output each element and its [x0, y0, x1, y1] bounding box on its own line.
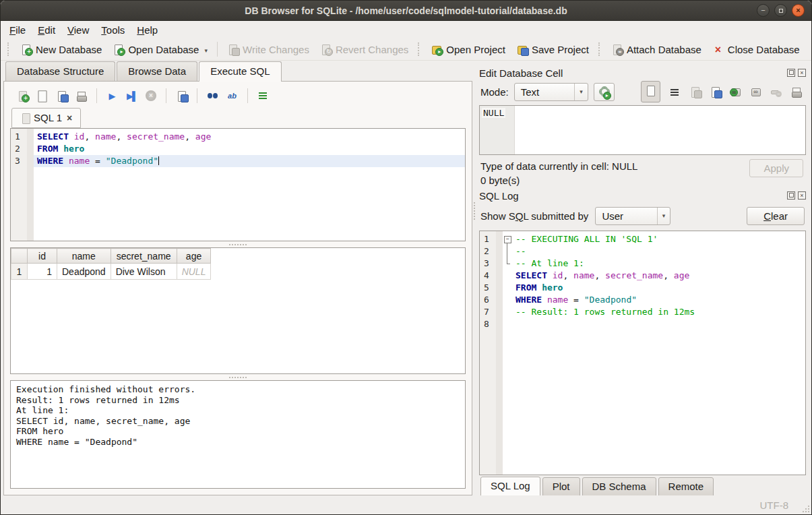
save-sql-file-icon[interactable] [56, 90, 67, 102]
code-line[interactable]: 1SELECT id, name, secret_name, age [11, 131, 465, 143]
column-header-secret_name[interactable]: secret_name [111, 249, 177, 264]
cell-editor[interactable]: NULL [479, 105, 806, 155]
execution-message[interactable]: Execution finished without errors.Result… [10, 380, 466, 489]
code-line[interactable]: 3-- At line 1: [480, 258, 805, 270]
close-database-button[interactable]: × Close Database [707, 41, 805, 58]
open-in-external-icon[interactable] [730, 86, 741, 98]
tab-execute-sql[interactable]: Execute SQL [199, 61, 281, 82]
dock-tab-remote[interactable]: Remote [658, 477, 714, 496]
text-mode-button[interactable] [641, 81, 660, 102]
print-icon[interactable] [75, 90, 87, 102]
table-cell[interactable]: Deadpond [57, 264, 111, 280]
fold-minus-icon[interactable] [503, 233, 512, 245]
column-header-name[interactable]: name [57, 249, 111, 264]
dock-tab-plot[interactable]: Plot [542, 477, 580, 496]
row-number[interactable]: 1 [11, 264, 28, 280]
code-line[interactable]: 5FROM hero [480, 282, 805, 294]
export-results-icon[interactable] [176, 90, 187, 102]
column-header-age[interactable]: age [177, 249, 211, 264]
cell-editor-area[interactable] [515, 106, 805, 154]
token [547, 270, 553, 280]
attach-database-button[interactable]: Attach Database [606, 41, 707, 58]
code-line[interactable]: 7-- Result: 1 rows returned in 12ms [480, 306, 805, 318]
dock-close-icon[interactable]: × [798, 69, 806, 77]
minimize-button[interactable]: − [757, 4, 770, 17]
clear-button[interactable]: Clear [747, 207, 805, 225]
code-line[interactable]: 6WHERE name = "Deadpond" [480, 294, 805, 306]
save-project-button[interactable]: Save Project [511, 41, 594, 58]
tab-database-structure[interactable]: Database Structure [5, 61, 115, 81]
toolbar-handle[interactable] [598, 42, 602, 56]
open-database-dropdown-arrow[interactable]: ▾ [204, 47, 208, 55]
dock-close-icon[interactable]: × [798, 191, 806, 200]
code-line[interactable]: 2-- [480, 245, 805, 258]
table-row[interactable]: 11DeadpondDive WilsonNULL [11, 264, 211, 280]
apply-button[interactable]: Apply [749, 159, 803, 177]
open-project-button[interactable]: Open Project [425, 41, 511, 58]
format-sql-icon[interactable] [257, 90, 269, 102]
code-line[interactable]: 1-- EXECUTING ALL IN 'SQL 1' [480, 233, 805, 245]
column-header-id[interactable]: id [28, 249, 57, 264]
code-line[interactable]: 3WHERE name = "Deadpond" [11, 155, 465, 167]
message-line: WHERE name = "Deadpond" [16, 437, 460, 448]
mode-select[interactable]: Text ▾ [514, 83, 588, 101]
toolbar-handle[interactable] [7, 42, 11, 56]
sql-log-view[interactable]: 1-- EXECUTING ALL IN 'SQL 1'2--3-- At li… [479, 231, 806, 475]
tab-browse-data[interactable]: Browse Data [117, 61, 197, 81]
code-line[interactable]: 4SELECT id, name, secret_name, age [480, 270, 805, 282]
fold-line-icon[interactable] [503, 245, 512, 258]
find-replace-icon[interactable]: ab [226, 90, 238, 102]
new-sql-tab-icon[interactable] [17, 90, 28, 102]
fold-corner-icon[interactable] [503, 258, 512, 270]
word-wrap-icon[interactable] [669, 86, 681, 98]
new-database-button[interactable]: New Database [15, 41, 107, 58]
menu-item-view[interactable]: View [61, 22, 95, 38]
toolbar-handle[interactable] [418, 42, 421, 56]
menu-item-help[interactable]: Help [131, 22, 164, 38]
vertical-splitter[interactable] [472, 61, 476, 495]
revert-changes-button[interactable]: Revert Changes [315, 41, 414, 58]
code-line[interactable]: 2FROM hero [11, 143, 465, 155]
fold-margin [496, 258, 503, 270]
splitter-handle[interactable] [10, 374, 466, 380]
splitter-handle[interactable] [10, 241, 466, 247]
menu-item-edit[interactable]: Edit [32, 22, 61, 38]
token: WHERE [37, 156, 63, 166]
sql-editor[interactable]: 1SELECT id, name, secret_name, age2FROM … [10, 128, 466, 241]
table-cell[interactable]: Dive Wilson [111, 264, 177, 280]
dock-float-icon[interactable] [787, 69, 795, 77]
token: , [84, 131, 95, 142]
sql-tab-close-icon[interactable]: × [67, 114, 72, 122]
execute-line-icon[interactable]: ▶▌ [126, 90, 137, 102]
menu-item-file[interactable]: File [3, 22, 32, 38]
export-data-icon[interactable] [710, 86, 721, 98]
titlebar[interactable]: DB Browser for SQLite - /home/user/code/… [1, 1, 811, 21]
dock-tab-db-schema[interactable]: DB Schema [582, 477, 656, 496]
print-cell-icon[interactable] [790, 86, 802, 98]
sql-tab[interactable]: SQL 1 × [11, 108, 81, 128]
dock-tab-sql-log[interactable]: SQL Log [480, 477, 540, 497]
link-icon[interactable] [750, 86, 761, 98]
submitted-by-select[interactable]: User ▾ [595, 207, 670, 225]
fold-margin [496, 282, 503, 294]
find-icon[interactable] [207, 90, 218, 102]
set-null-icon[interactable] [770, 86, 782, 98]
import-data-icon[interactable] [689, 86, 701, 98]
resize-grip[interactable] [801, 504, 809, 512]
code-line[interactable]: 8 [480, 318, 805, 330]
execute-sql-icon[interactable]: ▶ [106, 90, 118, 102]
open-database-button[interactable]: Open Database ▾ [107, 41, 213, 58]
corner-header [11, 249, 28, 264]
open-sql-file-icon[interactable] [36, 90, 49, 102]
results-grid[interactable]: idnamesecret_nameage11DeadpondDive Wilso… [10, 247, 466, 374]
table-cell[interactable]: NULL [177, 264, 211, 280]
auto-switch-mode-button[interactable] [594, 83, 615, 101]
token: WHERE [516, 295, 542, 305]
stop-icon[interactable]: × [146, 90, 156, 101]
maximize-button[interactable] [774, 4, 787, 17]
menu-item-tools[interactable]: Tools [95, 22, 131, 38]
table-cell[interactable]: 1 [28, 264, 57, 280]
dock-float-icon[interactable] [787, 191, 795, 200]
close-button[interactable]: × [792, 4, 805, 17]
write-changes-button[interactable]: Write Changes [222, 41, 315, 58]
